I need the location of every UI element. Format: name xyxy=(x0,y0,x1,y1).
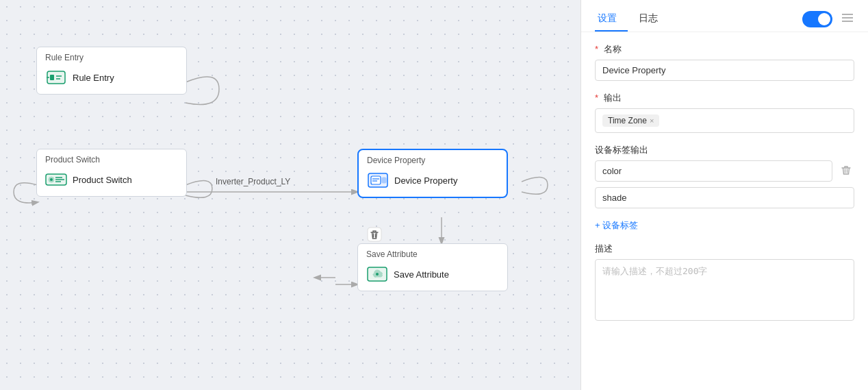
svg-point-10 xyxy=(50,178,53,181)
desc-textarea[interactable] xyxy=(595,259,854,321)
name-label: * 名称 xyxy=(595,43,854,56)
menu-icon[interactable] xyxy=(841,11,854,28)
svg-rect-15 xyxy=(371,176,381,184)
node-device-property-title: Device Property xyxy=(367,156,498,165)
device-tag-row-1 xyxy=(595,160,854,182)
node-save-attribute-label: Save Attribute xyxy=(394,269,449,280)
node-product-switch-title: Product Switch xyxy=(45,155,178,164)
node-save-attribute-title: Save Attribute xyxy=(366,249,499,259)
node-rule-entry[interactable]: Rule Entry Rule Entry xyxy=(36,47,187,95)
device-tag-delete-1[interactable] xyxy=(838,164,854,179)
device-property-icon xyxy=(367,169,389,191)
tab-settings[interactable]: 设置 xyxy=(595,7,628,32)
device-tag-label: 设备标签输出 xyxy=(595,144,854,156)
node-product-switch[interactable]: Product Switch Product Switch xyxy=(36,149,187,197)
tab-logs[interactable]: 日志 xyxy=(636,7,669,32)
svg-rect-19 xyxy=(368,228,381,241)
output-field-group: * 输出 Time Zone × xyxy=(595,92,854,133)
enable-toggle[interactable] xyxy=(802,11,832,27)
canvas-area: Inverter_Product_LY Rule Entry Rule Entr… xyxy=(0,0,580,390)
connection-label: Inverter_Product_LY xyxy=(216,177,290,186)
output-label: * 输出 xyxy=(595,92,854,104)
node-device-property-label: Device Property xyxy=(394,175,457,186)
device-tag-field-group: 设备标签输出 xyxy=(595,144,854,208)
device-tag-input-2[interactable] xyxy=(595,187,854,208)
desc-label: 描述 xyxy=(595,243,854,255)
rule-entry-icon xyxy=(45,66,67,88)
node-save-attribute[interactable]: Save Attribute Save Attribute xyxy=(357,243,508,291)
node-rule-entry-label: Rule Entry xyxy=(73,73,114,83)
output-tag-input[interactable]: Time Zone × xyxy=(595,108,854,133)
node-device-property[interactable]: Device Property Device Property xyxy=(357,149,508,198)
name-required-star: * xyxy=(595,44,598,54)
panel-header: 设置 日志 xyxy=(581,0,868,32)
device-tag-row-2 xyxy=(595,187,854,208)
name-input[interactable] xyxy=(595,60,854,81)
device-tag-input-1[interactable] xyxy=(595,160,832,182)
right-panel: 设置 日志 * 名称 * 输出 xyxy=(580,0,868,390)
panel-content: * 名称 * 输出 Time Zone × 设备标签输出 xyxy=(581,32,868,390)
save-attribute-icon xyxy=(366,263,388,285)
svg-rect-4 xyxy=(50,75,54,80)
product-switch-icon xyxy=(45,169,67,191)
add-tag-button[interactable]: + 设备标签 xyxy=(595,219,854,232)
svg-rect-3 xyxy=(47,71,65,84)
node-product-switch-label: Product Switch xyxy=(73,175,132,185)
svg-rect-18 xyxy=(382,178,386,183)
output-tag-timezone: Time Zone × xyxy=(602,114,659,127)
desc-field-group: 描述 xyxy=(595,243,854,324)
output-required-star: * xyxy=(595,93,598,103)
output-tag-close[interactable]: × xyxy=(650,117,654,125)
node-rule-entry-title: Rule Entry xyxy=(45,53,178,62)
name-field-group: * 名称 xyxy=(595,43,854,81)
svg-point-21 xyxy=(376,273,379,276)
delete-node-button[interactable] xyxy=(365,225,384,244)
